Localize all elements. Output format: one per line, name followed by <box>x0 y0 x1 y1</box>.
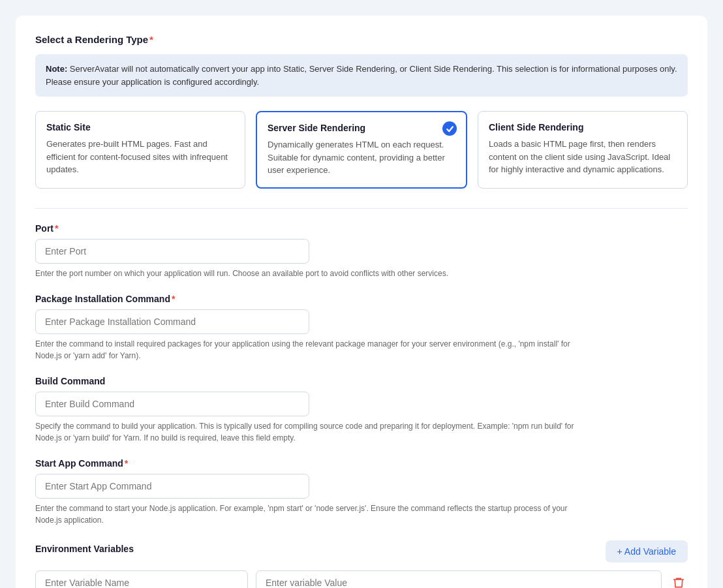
csr-desc: Loads a basic HTML page first, then rend… <box>489 138 677 176</box>
rendering-cards-container: Static Site Generates pre-built HTML pag… <box>35 111 688 189</box>
rendering-info-box: Note: ServerAvatar will not automaticall… <box>35 54 688 97</box>
start-app-section: Start App Command* Enter the command to … <box>35 458 688 526</box>
build-command-section: Build Command Specify the command to bui… <box>35 376 688 444</box>
env-header: Environment Variables + Add Variable <box>35 540 688 563</box>
package-install-input[interactable] <box>35 309 309 334</box>
build-command-hint: Specify the command to build your applic… <box>35 420 583 444</box>
start-app-label: Start App Command* <box>35 458 688 469</box>
ssr-desc: Dynamically generates HTML on each reque… <box>268 138 455 177</box>
env-variables-section: Environment Variables + Add Variable Opt… <box>35 540 688 589</box>
start-app-input[interactable] <box>35 474 309 499</box>
rendering-required-star: * <box>149 34 153 45</box>
port-hint: Enter the port number on which your appl… <box>35 268 583 279</box>
build-command-label: Build Command <box>35 376 688 386</box>
port-section: Port* Enter the port number on which you… <box>35 223 688 279</box>
env-variable-row <box>35 570 688 589</box>
port-label: Port* <box>35 223 688 234</box>
package-install-section: Package Installation Command* Enter the … <box>35 294 688 362</box>
start-required-star: * <box>125 458 128 469</box>
info-note-label: Note: <box>46 64 67 74</box>
package-install-label: Package Installation Command* <box>35 294 688 304</box>
info-note-text: ServerAvatar will not automatically conv… <box>46 64 677 87</box>
build-command-input[interactable] <box>35 392 309 416</box>
rendering-type-title: Select a Rendering Type* <box>35 34 688 45</box>
port-input[interactable] <box>35 239 309 264</box>
package-required-star: * <box>172 294 175 304</box>
card-csr[interactable]: Client Side Rendering Loads a basic HTML… <box>478 111 688 189</box>
card-static-site[interactable]: Static Site Generates pre-built HTML pag… <box>35 111 245 189</box>
package-install-hint: Enter the command to install required pa… <box>35 338 583 362</box>
add-variable-button[interactable]: + Add Variable <box>606 540 688 563</box>
rendering-type-section: Select a Rendering Type* Note: ServerAva… <box>35 34 688 189</box>
static-site-desc: Generates pre-built HTML pages. Fast and… <box>46 138 234 176</box>
env-variable-value-input[interactable] <box>256 570 662 589</box>
env-label: Environment Variables <box>35 544 134 554</box>
ssr-check-icon <box>442 121 457 136</box>
trash-icon <box>672 576 685 589</box>
csr-title: Client Side Rendering <box>489 122 677 132</box>
card-ssr[interactable]: Server Side Rendering Dynamically genera… <box>256 111 467 189</box>
ssr-title: Server Side Rendering <box>268 123 455 133</box>
rendering-title-text: Select a Rendering Type <box>35 34 148 45</box>
divider-1 <box>35 208 688 209</box>
static-site-title: Static Site <box>46 122 234 132</box>
start-app-hint: Enter the command to start your Node.js … <box>35 503 583 526</box>
port-required-star: * <box>55 223 58 234</box>
delete-env-variable-button[interactable] <box>669 574 688 589</box>
main-container: Select a Rendering Type* Note: ServerAva… <box>16 16 707 588</box>
env-variable-name-input[interactable] <box>35 570 248 589</box>
